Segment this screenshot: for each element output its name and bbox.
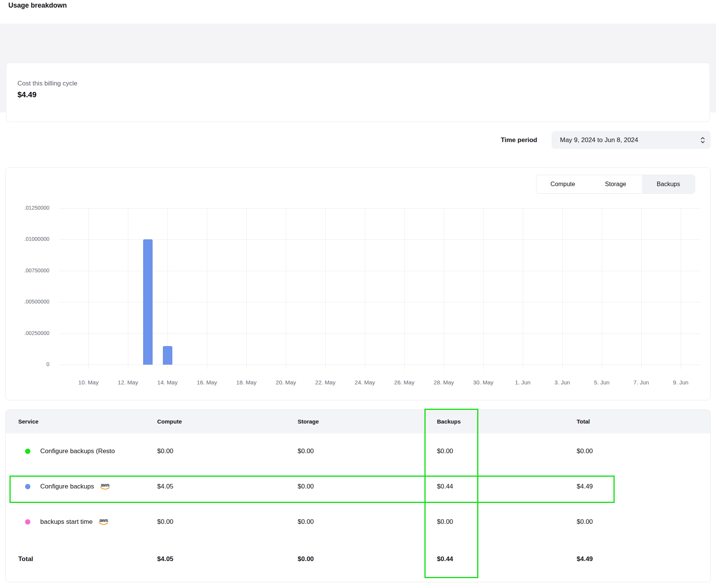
x-axis-tick-label: 28. May	[427, 379, 461, 386]
service-name: backups start time	[40, 518, 93, 526]
gridline-h	[59, 334, 700, 334]
y-axis-tick-label: 0	[8, 361, 49, 367]
gridline-h	[59, 365, 700, 365]
tab-compute[interactable]: Compute	[536, 175, 589, 193]
total-backups: $0.44	[437, 539, 453, 582]
x-axis-tick-label: 10. May	[71, 379, 106, 386]
service-cell: Configure backupsaws	[25, 469, 110, 504]
service-cell: Configure backups (Resto	[25, 433, 115, 469]
time-period-select[interactable]: May 9, 2024 to Jun 8, 2024	[552, 131, 711, 149]
page-title: Usage breakdown	[8, 2, 67, 9]
x-axis-tick-label: 3. Jun	[545, 379, 579, 386]
cost-card: Cost this billing cycle $4.49	[6, 63, 710, 122]
x-axis-tick-label: 1. Jun	[506, 379, 540, 386]
total-compute: $4.05	[157, 539, 173, 582]
service-cell: backups start timeaws	[25, 504, 109, 539]
tab-storage[interactable]: Storage	[589, 175, 642, 193]
table-row: Configure backupsaws$4.05$0.00$0.44$4.49	[6, 469, 710, 504]
time-period-label: Time period	[488, 136, 537, 144]
y-axis-tick-label: .01000000	[8, 236, 49, 242]
time-period-value: May 9, 2024 to Jun 8, 2024	[560, 136, 638, 144]
gridline-v	[483, 208, 484, 369]
cost-cycle-value: $4.49	[17, 90, 36, 99]
x-axis-tick-label: 12. May	[111, 379, 145, 386]
aws-icon: aws	[100, 483, 110, 490]
chevron-up-down-icon	[700, 136, 705, 144]
chart-tabs: ComputeStorageBackups	[536, 175, 695, 194]
x-axis-tick-label: 24. May	[348, 379, 382, 386]
service-dot-icon	[25, 484, 30, 489]
x-axis-tick-label: 7. Jun	[624, 379, 658, 386]
gridline-v	[404, 208, 405, 369]
column-header-total: Total	[577, 410, 590, 433]
service-name: Configure backups	[40, 483, 94, 490]
tab-backups[interactable]: Backups	[642, 175, 695, 193]
column-header-storage: Storage	[298, 410, 319, 433]
gridline-v	[88, 208, 89, 369]
cell-backups: $0.00	[437, 504, 453, 539]
x-axis-tick-label: 22. May	[308, 379, 342, 386]
service-dot-icon	[25, 519, 30, 525]
chart-bar	[163, 346, 172, 365]
column-header-compute: Compute	[157, 410, 182, 433]
gridline-v	[365, 208, 365, 369]
table-row: backups start timeaws$0.00$0.00$0.00$0.0…	[6, 504, 710, 539]
total-total: $4.49	[577, 539, 593, 582]
x-axis-tick-label: 18. May	[229, 379, 263, 386]
gridline-v	[602, 208, 602, 369]
gridline-v	[286, 208, 286, 369]
cell-total: $0.00	[577, 504, 593, 539]
gridline-v	[562, 208, 563, 369]
column-header-backups: Backups	[437, 410, 461, 433]
gridline-v	[444, 208, 444, 369]
gridline-v	[207, 208, 207, 369]
table-header-row: ServiceComputeStorageBackupsTotal	[6, 410, 710, 433]
gridline-h	[59, 302, 700, 302]
x-axis-tick-label: 9. Jun	[664, 379, 698, 386]
summary-band: Cost this billing cycle $4.49	[0, 24, 716, 112]
y-axis-tick-label: .00750000	[8, 267, 49, 273]
cell-storage: $0.00	[298, 433, 314, 469]
gridline-v	[128, 208, 128, 369]
x-axis-tick-label: 20. May	[269, 379, 303, 386]
y-axis-tick-label: .01250000	[8, 205, 49, 211]
gridline-v	[523, 208, 523, 369]
table-row: Configure backups (Resto$0.00$0.00$0.00$…	[6, 433, 710, 469]
y-axis-tick-label: .00250000	[8, 330, 49, 336]
y-axis-tick-label: .00500000	[8, 299, 49, 305]
total-label: Total	[18, 539, 33, 582]
cell-compute: $4.05	[157, 469, 173, 504]
gridline-v	[681, 208, 681, 369]
x-axis-tick-label: 5. Jun	[585, 379, 619, 386]
gridline-h	[59, 208, 700, 209]
x-axis-tick-label: 14. May	[150, 379, 185, 386]
cell-storage: $0.00	[298, 504, 314, 539]
gridline-v	[167, 208, 168, 369]
chart-bar	[143, 239, 153, 365]
gridline-h	[59, 239, 700, 240]
x-axis-tick-label: 30. May	[466, 379, 500, 386]
service-dot-icon	[25, 449, 30, 454]
total-storage: $0.00	[298, 539, 314, 582]
cell-compute: $0.00	[157, 433, 173, 469]
cell-backups: $0.44	[437, 469, 453, 504]
gridline-v	[325, 208, 326, 369]
usage-table: ServiceComputeStorageBackupsTotal Config…	[5, 409, 711, 582]
x-axis-tick-label: 26. May	[387, 379, 421, 386]
table-total-row: Total$4.05$0.00$0.44$4.49	[6, 539, 710, 582]
gridline-h	[59, 271, 700, 271]
gridline-v	[246, 208, 247, 369]
gridline-v	[641, 208, 642, 369]
aws-icon: aws	[99, 518, 109, 525]
column-header-service: Service	[18, 410, 38, 433]
x-axis-tick-label: 16. May	[190, 379, 224, 386]
cell-compute: $0.00	[157, 504, 173, 539]
cell-total: $4.49	[577, 469, 593, 504]
service-name: Configure backups (Resto	[40, 447, 115, 455]
cell-storage: $0.00	[298, 469, 314, 504]
cell-backups: $0.00	[437, 433, 453, 469]
cost-cycle-label: Cost this billing cycle	[17, 80, 77, 87]
usage-chart-card	[5, 167, 711, 400]
cell-total: $0.00	[577, 433, 593, 469]
